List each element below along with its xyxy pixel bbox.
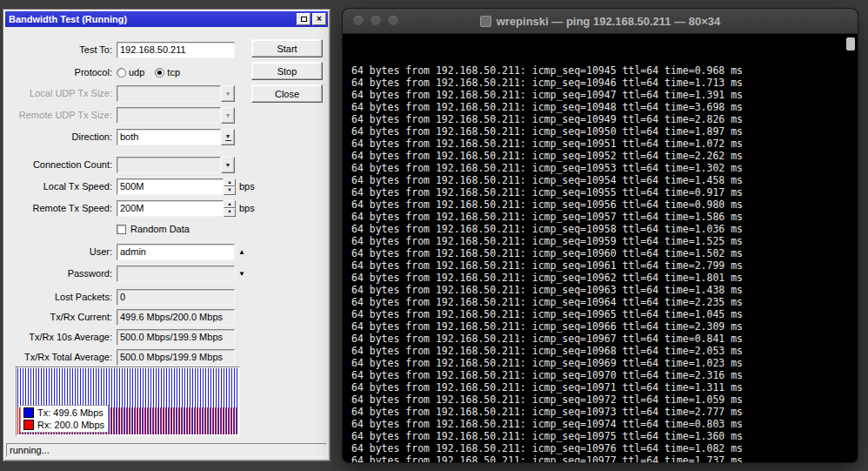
lost-packets-label: Lost Packets: [5,292,117,302]
ping-output-line: 64 bytes from 192.168.50.211: icmp_seq=1… [351,113,858,125]
lost-packets-row: Lost Packets: 0 [5,288,235,306]
ping-output-line: 64 bytes from 192.168.50.211: icmp_seq=1… [351,77,858,89]
remote-udp-tx-size-row: Remote UDP Tx Size: ▼ [5,106,235,124]
chevron-up-icon: ▲ [227,202,231,207]
restore-icon [301,17,307,22]
chevron-down-icon: ▼ [225,91,231,97]
protocol-tcp-radio[interactable] [155,68,164,77]
triangle-up-icon: ▲ [238,248,245,256]
txrx-10s-avg-value: 500.0 Mbps/199.9 Mbps [117,329,235,346]
ping-output-line: 64 bytes from 192.168.50.211: icmp_seq=1… [351,442,858,454]
chevron-down-icon: ▼ [227,210,231,215]
ping-output-line: 64 bytes from 192.168.50.211: icmp_seq=1… [351,259,858,272]
ping-output-line: 64 bytes from 192.168.50.211: icmp_seq=1… [351,138,858,150]
direction-select[interactable]: both [117,129,221,145]
ping-output-line: 64 bytes from 192.168.50.211: icmp_seq=1… [351,333,858,345]
ping-output-line: 64 bytes from 192.168.50.211: icmp_seq=1… [351,150,858,162]
remote-tx-speed-label: Remote Tx Speed: [5,203,117,213]
traffic-light-buttons [353,16,398,26]
terminal-title: wrepinski — ping 192.168.50.211 — 80×34 [480,15,721,28]
user-collapse-arrow[interactable]: ▲ [238,248,245,256]
remote-tx-speed-stepper: ▲ ▼ [224,200,236,217]
random-data-label: Random Data [130,224,190,234]
ping-output-line: 64 bytes from 192.168.50.211: icmp_seq=1… [351,418,858,430]
zoom-traffic-light[interactable] [388,16,398,26]
protocol-udp-radio[interactable] [117,68,126,77]
close-window-button[interactable]: × [312,13,326,25]
status-text: running... [10,445,50,455]
txrx-current-value: 499.6 Mbps/200.0 Mbps [117,309,235,326]
close-button[interactable]: Close [251,84,323,103]
txrx-current-label: Tx/Rx Current: [5,312,117,322]
bandwidth-graph: Tx: 499.6 Mbps Rx: 200.0 Mbps [16,367,240,436]
ping-output-line: 64 bytes from 192.168.50.211: icmp_seq=1… [351,162,858,174]
minimize-traffic-light[interactable] [371,16,381,26]
protocol-row: Protocol: udp tcp [5,64,190,81]
graph-legend: Tx: 499.6 Mbps Rx: 200.0 Mbps [20,405,109,433]
user-row: User: ▲ [5,243,245,260]
password-input [117,266,235,282]
ping-output-line: 64 bytes from 192.168.50.211: icmp_seq=1… [351,223,858,235]
local-tx-speed-input[interactable] [117,178,224,195]
local-udp-tx-size-row: Local UDP Tx Size: ▼ [5,84,235,102]
password-row: Password: ▼ [5,265,245,282]
local-tx-speed-stepper: ▲ ▼ [224,178,236,195]
txrx-10s-avg-row: Tx/Rx 10s Average: 500.0 Mbps/199.9 Mbps [5,328,235,346]
user-label: User: [5,246,117,257]
terminal-titlebar[interactable]: wrepinski — ping 192.168.50.211 — 80×34 [343,9,858,34]
spin-down-button[interactable]: ▼ [224,186,236,195]
rx-legend-label: Rx: 200.0 Mbps [37,420,104,430]
chevron-down-icon: ▼ [227,188,231,193]
terminal-output[interactable]: 64 bytes from 192.168.50.211: icmp_seq=1… [343,34,858,462]
ping-output-line: 64 bytes from 192.168.50.211: icmp_seq=1… [351,381,858,394]
protocol-udp-option-label: udp [129,67,144,77]
ping-output-line: 64 bytes from 192.168.50.211: icmp_seq=1… [351,320,858,333]
txrx-total-avg-value: 500.0 Mbps/199.9 Mbps [117,349,235,366]
spin-down-button[interactable]: ▼ [224,208,236,217]
ping-output-line: 64 bytes from 192.168.50.211: icmp_seq=1… [351,272,858,284]
random-data-checkbox[interactable] [117,225,126,234]
status-bar: running... [6,443,327,457]
chevron-up-icon: ▲ [227,180,231,185]
txrx-total-avg-label: Tx/Rx Total Average: [5,352,117,362]
direction-label: Direction: [5,131,117,142]
triangle-down-icon: ▼ [238,270,245,278]
test-to-input[interactable] [117,42,235,58]
random-data-row: Random Data [5,220,190,238]
ping-output-line: 64 bytes from 192.168.50.211: icmp_seq=1… [351,174,858,186]
close-traffic-light[interactable] [353,16,364,26]
rx-color-swatch [23,420,34,430]
ping-output-list: 64 bytes from 192.168.50.211: icmp_seq=1… [351,64,858,462]
password-expand-arrow[interactable]: ▼ [238,270,245,278]
remote-udp-dropdown-button[interactable]: ▼ [221,107,235,124]
password-label: Password: [5,268,117,279]
restore-button[interactable] [297,13,310,25]
scrollbar-thumb[interactable] [846,37,855,50]
ping-output-line: 64 bytes from 192.168.50.211: icmp_seq=1… [351,345,858,357]
remote-tx-speed-unit: bps [239,203,255,213]
terminal-title-text: wrepinski — ping 192.168.50.211 — 80×34 [497,15,721,28]
ping-output-line: 64 bytes from 192.168.50.211: icmp_seq=1… [351,125,858,138]
spin-up-button[interactable]: ▲ [224,200,236,209]
local-udp-dropdown-button[interactable]: ▼ [221,85,235,102]
stop-button[interactable]: Stop [251,62,323,80]
txrx-current-row: Tx/Rx Current: 499.6 Mbps/200.0 Mbps [5,308,235,326]
ping-output-line: 64 bytes from 192.168.50.211: icmp_seq=1… [351,211,858,223]
ping-output-line: 64 bytes from 192.168.50.211: icmp_seq=1… [351,186,858,198]
ping-output-line: 64 bytes from 192.168.50.211: icmp_seq=1… [351,296,858,308]
ping-output-line: 64 bytes from 192.168.50.211: icmp_seq=1… [351,64,858,77]
ping-output-line: 64 bytes from 192.168.50.211: icmp_seq=1… [351,454,858,462]
txrx-total-avg-row: Tx/Rx Total Average: 500.0 Mbps/199.9 Mb… [5,348,235,366]
spin-up-button[interactable]: ▲ [224,178,236,187]
local-tx-speed-unit: bps [239,181,255,192]
protocol-tcp-option-label: tcp [167,67,180,77]
connection-count-dropdown-button[interactable]: ▼ [221,157,235,173]
direction-dropdown-button[interactable]: ▼ [221,129,235,145]
remote-tx-speed-input[interactable] [117,200,224,217]
direction-row: Direction: both ▼ [5,128,235,145]
ping-output-line: 64 bytes from 192.168.50.211: icmp_seq=1… [351,357,858,369]
start-button[interactable]: Start [251,39,323,57]
user-input[interactable] [117,244,235,260]
ping-output-line: 64 bytes from 192.168.50.211: icmp_seq=1… [351,369,858,381]
bandwidth-window-titlebar[interactable]: Bandwidth Test (Running) × [5,11,328,27]
